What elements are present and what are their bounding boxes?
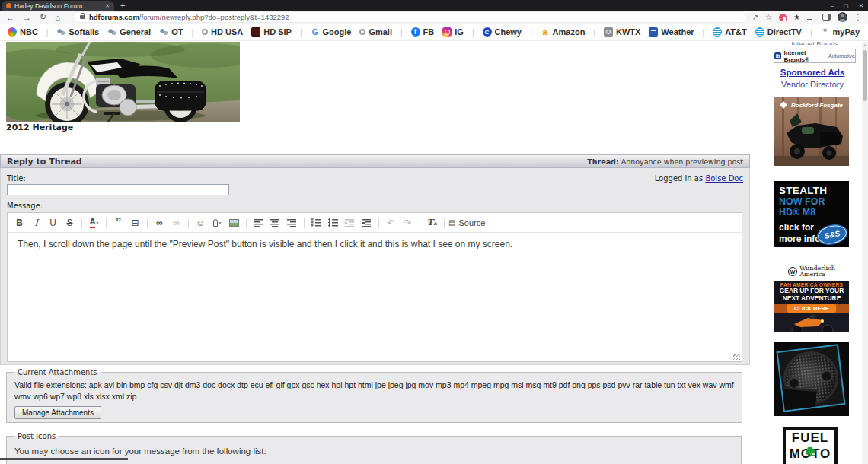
- source-button[interactable]: ▤ Source: [448, 215, 485, 230]
- ad-speaker[interactable]: [774, 342, 849, 416]
- bookmark-ot[interactable]: OT: [159, 27, 183, 37]
- align-left-button[interactable]: [251, 215, 266, 230]
- new-tab-button[interactable]: +: [120, 0, 125, 11]
- bookmark-hd-sip[interactable]: HD SIP: [251, 27, 292, 37]
- separator: [304, 218, 305, 228]
- bookmark-att[interactable]: AT&T: [713, 27, 747, 37]
- forward-icon[interactable]: →: [23, 13, 31, 22]
- post-photo-2012-heritage[interactable]: [6, 42, 240, 122]
- side-panel-icon[interactable]: [822, 14, 831, 21]
- text-color-button[interactable]: A: [86, 215, 102, 230]
- bookmark-mypay[interactable]: myPay: [821, 27, 860, 37]
- bookmark-fb[interactable]: FB: [411, 27, 435, 37]
- bookmark-directv[interactable]: DirectTV: [755, 27, 802, 37]
- bookmark-label: General: [120, 27, 151, 37]
- ad-rockford-fosgate[interactable]: Rockford Fosgate: [774, 97, 849, 166]
- vendor-directory-link[interactable]: Vendor Directory: [755, 80, 868, 89]
- home-icon[interactable]: ⌂: [55, 13, 60, 22]
- ordered-list-button[interactable]: [308, 215, 324, 230]
- align-right-button[interactable]: [284, 215, 300, 230]
- message-textarea[interactable]: Then, I scroll down the page until the "…: [8, 233, 742, 362]
- extension-star-icon[interactable]: ★: [793, 13, 800, 21]
- wunderlich-header: W Wunderlich America: [774, 262, 849, 281]
- bookmark-label: NBC: [20, 27, 38, 37]
- separator: [444, 218, 445, 228]
- speaker-bracket: [780, 387, 817, 412]
- bookmark-label: Gmail: [369, 27, 392, 37]
- toolbar-glyph: ↷: [404, 218, 411, 227]
- page-scrollbar[interactable]: ▲: [862, 42, 868, 464]
- logged-in-status: Logged in as Boise Doc: [655, 174, 743, 183]
- italic-button[interactable]: I: [28, 215, 44, 230]
- internet-brands-badge[interactable]: ib Internet Brands® Automotive: [774, 49, 856, 63]
- blockquote-button[interactable]: ”: [110, 215, 126, 230]
- secure-lock-icon[interactable]: [80, 15, 85, 19]
- bookmark-label: myPay: [833, 27, 860, 37]
- bookmark-kwtx[interactable]: KWTX: [604, 27, 640, 37]
- indent-button[interactable]: [359, 215, 375, 230]
- browser-window: { "browser": { "tab_title": "Harley Davi…: [0, 0, 868, 464]
- scrollbar-up-arrow[interactable]: ▲: [862, 43, 868, 47]
- menu-dots-icon[interactable]: ⋮: [854, 13, 862, 21]
- insert-image-button[interactable]: [226, 215, 242, 230]
- bookmark-nbc[interactable]: NBC: [8, 27, 38, 37]
- resize-grip[interactable]: [733, 354, 740, 361]
- smiley-button[interactable]: ☺: [193, 215, 209, 230]
- underline-button[interactable]: U: [45, 215, 61, 230]
- scrollbar-thumb[interactable]: [863, 50, 867, 101]
- ad-fuel-moto[interactable]: FUEL MOTO ♣: [775, 424, 845, 464]
- align-center-button[interactable]: [267, 215, 283, 230]
- click-here-button[interactable]: CLICK HERE: [787, 304, 836, 313]
- outdent-button[interactable]: [342, 215, 358, 230]
- bookmark-label: IG: [455, 27, 464, 37]
- bookmark-weather[interactable]: Weather: [649, 27, 694, 37]
- ad-ss-stealth[interactable]: STEALTH NOW FOR HD® M8 click for more in…: [774, 181, 849, 247]
- horizontal-rule-button[interactable]: ⊟: [127, 215, 143, 230]
- remove-format-button[interactable]: Tₓ: [424, 215, 440, 230]
- bookmark-google[interactable]: Google: [311, 27, 352, 37]
- fuel-moto-logo: FUEL MOTO ♣: [783, 427, 838, 464]
- remove-link-button[interactable]: ∞: [168, 215, 184, 230]
- bookmark-label: FB: [423, 27, 435, 37]
- unordered-list-button[interactable]: [325, 215, 341, 230]
- close-button[interactable]: ✕: [859, 2, 863, 9]
- minimize-button[interactable]: –: [830, 2, 833, 9]
- username-link[interactable]: Boise Doc: [705, 174, 743, 183]
- extension-pink-icon[interactable]: [779, 14, 787, 21]
- reply-header-bar: Reply to Thread Thread: Annoyance when p…: [0, 154, 750, 168]
- bookmark-amazon[interactable]: Amazon: [541, 27, 586, 37]
- profile-avatar[interactable]: [838, 12, 847, 22]
- omnibox[interactable]: hdforums.com/forum/newreply.php?do=postr…: [73, 11, 748, 23]
- manage-attachments-button[interactable]: Manage Attachments: [14, 406, 101, 419]
- toolbar-right-icons: ↗ ☆ ★ ⋮: [752, 12, 862, 22]
- bold-button[interactable]: B: [11, 215, 27, 230]
- ad-wunderlich-america[interactable]: W Wunderlich America PAN AMERICA OWNERS …: [774, 262, 849, 332]
- bookmark-hd-usa[interactable]: HD USA: [202, 27, 243, 37]
- bookmark-ig[interactable]: IG: [442, 27, 464, 37]
- bookmark-gmail[interactable]: Gmail: [359, 27, 392, 37]
- share-icon[interactable]: ↗: [752, 13, 758, 21]
- undo-button[interactable]: ↶: [383, 215, 399, 230]
- wunderlich-line3: NEXT ADVENTURE: [774, 295, 849, 303]
- tab-close-icon[interactable]: ✕: [105, 3, 110, 9]
- title-input[interactable]: [7, 184, 229, 195]
- reload-icon[interactable]: ↻: [40, 12, 46, 22]
- back-icon[interactable]: ←: [6, 13, 14, 22]
- browser-tab[interactable]: Harley Davidson Forum ✕: [2, 1, 114, 11]
- bookmark-chewy[interactable]: Chewy: [483, 27, 522, 37]
- bookmark-label: Chewy: [495, 27, 522, 37]
- bookmark-icon: [821, 27, 830, 37]
- strikethrough-button[interactable]: S: [62, 215, 78, 230]
- bookmark-softails[interactable]: Softails: [56, 27, 99, 37]
- insert-link-button[interactable]: ∞: [152, 215, 168, 230]
- toolbar-glyph: S: [66, 218, 72, 227]
- attach-file-button[interactable]: [209, 215, 225, 230]
- bookmark-star-icon[interactable]: ☆: [765, 13, 772, 21]
- redo-button[interactable]: ↷: [400, 215, 416, 230]
- reading-list-icon[interactable]: [807, 14, 815, 21]
- sponsored-ads-link[interactable]: Sponsored Ads: [755, 68, 868, 77]
- restore-button[interactable]: ▢: [844, 2, 849, 9]
- separator: [420, 218, 420, 228]
- bookmark-icon: [604, 27, 613, 37]
- bookmark-general[interactable]: General: [107, 27, 151, 37]
